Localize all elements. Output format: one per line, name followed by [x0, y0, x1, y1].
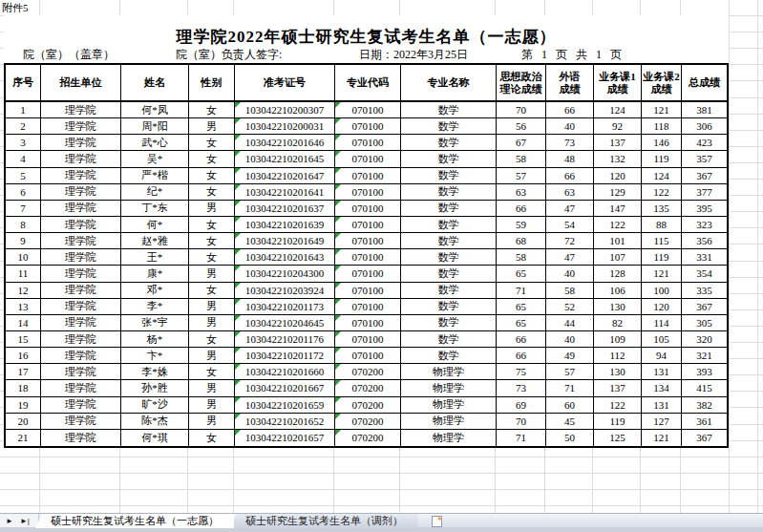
column-header[interactable]: 外语 成绩 [546, 65, 594, 100]
table-cell[interactable]: 131 [642, 397, 682, 413]
table-cell[interactable]: 118 [642, 118, 682, 134]
table-cell[interactable]: 女 [189, 168, 235, 183]
column-header[interactable]: 总成绩 [682, 65, 727, 100]
table-cell[interactable]: 13 [6, 299, 41, 314]
table-cell[interactable]: 理学院 [41, 331, 121, 347]
table-cell[interactable]: 男 [189, 299, 235, 314]
table-cell[interactable]: 103042210201173 [235, 299, 335, 314]
table-cell[interactable]: 103042210201637 [235, 201, 335, 216]
table-cell[interactable]: 66 [546, 168, 594, 183]
table-cell[interactable]: 女 [189, 364, 235, 379]
table-cell[interactable]: 103042210200307 [235, 102, 335, 117]
table-cell[interactable]: 070100 [335, 201, 401, 216]
table-cell[interactable]: 张*宇 [121, 315, 189, 330]
table-cell[interactable]: 101 [594, 233, 642, 248]
table-cell[interactable]: 103042210201660 [235, 364, 335, 379]
table-cell[interactable]: 71 [546, 380, 594, 395]
column-header[interactable]: 业务课2 成绩 [642, 65, 682, 100]
title-block-cell[interactable]: 理学院2022年硕士研究生复试考生名单（一志愿） 院（室）（盖章） 院（室）负责… [4, 15, 729, 63]
column-header[interactable]: 思想政治 理论成绩 [497, 65, 546, 100]
table-cell[interactable]: 070100 [335, 249, 401, 265]
table-cell[interactable]: 070100 [335, 151, 401, 166]
table-cell[interactable]: 理学院 [41, 233, 121, 248]
table-cell[interactable]: 423 [682, 135, 727, 150]
table-cell[interactable]: 105 [642, 331, 682, 347]
table-cell[interactable]: 44 [546, 315, 594, 330]
table-cell[interactable]: 070100 [335, 102, 401, 117]
table-cell[interactable]: 103042210201652 [235, 414, 335, 429]
table-cell[interactable]: 103042210204645 [235, 315, 335, 330]
table-cell[interactable]: 65 [497, 299, 546, 314]
table-cell[interactable]: 数学 [401, 168, 497, 183]
table-cell[interactable]: 男 [189, 380, 235, 395]
table-cell[interactable]: 理学院 [41, 283, 121, 298]
table-cell[interactable]: 130 [594, 364, 642, 379]
table-cell[interactable]: 119 [594, 414, 642, 429]
table-cell[interactable]: 070100 [335, 315, 401, 330]
table-cell[interactable]: 男 [189, 414, 235, 429]
table-cell[interactable]: 103042210201659 [235, 397, 335, 413]
table-cell[interactable]: 124 [594, 102, 642, 117]
table-cell[interactable]: 75 [497, 364, 546, 379]
table-cell[interactable]: 335 [682, 283, 727, 298]
table-cell[interactable]: 理学院 [41, 184, 121, 200]
table-cell[interactable]: 11 [6, 266, 41, 281]
table-cell[interactable]: 40 [546, 331, 594, 347]
table-cell[interactable]: 王* [121, 249, 189, 265]
table-cell[interactable]: 121 [642, 430, 682, 446]
table-cell[interactable]: 72 [546, 233, 594, 248]
table-cell[interactable]: 物理学 [401, 430, 497, 446]
table-cell[interactable]: 李*姝 [121, 364, 189, 379]
table-cell[interactable]: 137 [594, 135, 642, 150]
table-cell[interactable]: 数学 [401, 348, 497, 363]
table-cell[interactable]: 120 [642, 299, 682, 314]
table-cell[interactable]: 67 [497, 135, 546, 150]
table-cell[interactable]: 理学院 [41, 151, 121, 166]
table-cell[interactable]: 134 [642, 380, 682, 395]
table-cell[interactable]: 070100 [335, 233, 401, 248]
table-cell[interactable]: 19 [6, 397, 41, 413]
table-cell[interactable]: 66 [546, 102, 594, 117]
table-cell[interactable]: 女 [189, 233, 235, 248]
table-cell[interactable]: 131 [642, 364, 682, 379]
table-cell[interactable]: 66 [497, 331, 546, 347]
table-cell[interactable]: 119 [642, 151, 682, 166]
table-cell[interactable]: 10 [6, 249, 41, 265]
table-cell[interactable]: 356 [682, 233, 727, 248]
table-cell[interactable]: 数学 [401, 201, 497, 216]
table-cell[interactable]: 何* [121, 217, 189, 232]
table-cell[interactable]: 070100 [335, 217, 401, 232]
table-cell[interactable]: 59 [497, 217, 546, 232]
table-cell[interactable]: 理学院 [41, 135, 121, 150]
table-cell[interactable]: 理学院 [41, 414, 121, 429]
table-cell[interactable]: 070100 [335, 299, 401, 314]
table-cell[interactable]: 73 [497, 380, 546, 395]
table-cell[interactable]: 070100 [335, 266, 401, 281]
table-cell[interactable]: 103042210201176 [235, 331, 335, 347]
table-cell[interactable]: 92 [594, 118, 642, 134]
table-cell[interactable]: 物理学 [401, 397, 497, 413]
table-cell[interactable]: 305 [682, 315, 727, 330]
table-cell[interactable]: 367 [682, 168, 727, 183]
attachment-label-cell[interactable]: 附件5 [2, 1, 29, 15]
table-cell[interactable]: 女 [189, 430, 235, 446]
table-cell[interactable]: 杨* [121, 331, 189, 347]
table-cell[interactable]: 武*心 [121, 135, 189, 150]
table-cell[interactable]: 6 [6, 184, 41, 200]
table-cell[interactable]: 45 [546, 414, 594, 429]
table-cell[interactable]: 物理学 [401, 364, 497, 379]
table-cell[interactable]: 103042210201172 [235, 348, 335, 363]
table-cell[interactable]: 40 [546, 266, 594, 281]
table-cell[interactable]: 103042210200031 [235, 118, 335, 134]
table-cell[interactable]: 4 [6, 151, 41, 166]
table-cell[interactable]: 129 [594, 184, 642, 200]
table-cell[interactable]: 男 [189, 315, 235, 330]
table-cell[interactable]: 321 [682, 348, 727, 363]
table-cell[interactable]: 男 [189, 266, 235, 281]
table-cell[interactable]: 57 [497, 168, 546, 183]
table-cell[interactable]: 103042210201667 [235, 380, 335, 395]
table-cell[interactable]: 数学 [401, 299, 497, 314]
table-cell[interactable]: 49 [546, 348, 594, 363]
table-cell[interactable]: 122 [594, 397, 642, 413]
table-cell[interactable]: 赵*雅 [121, 233, 189, 248]
